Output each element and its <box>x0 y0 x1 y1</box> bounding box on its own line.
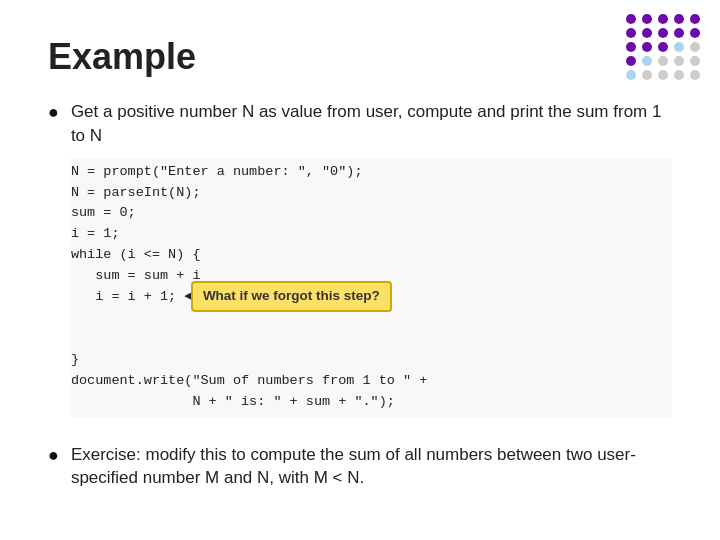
deco-dot <box>658 56 668 66</box>
bullet-dot-1: ● <box>48 102 59 123</box>
code-line-9: document.write("Sum of numbers from 1 to… <box>71 371 672 392</box>
code-line-3: sum = 0; <box>71 203 672 224</box>
code-line-7: i = i + 1; ◄ What if we forgot this step… <box>71 287 672 350</box>
deco-dot <box>674 70 684 80</box>
deco-dot <box>658 14 668 24</box>
deco-dot <box>626 42 636 52</box>
code-line-10: N + " is: " + sum + "."); <box>71 392 672 413</box>
deco-dot <box>690 56 700 66</box>
code-block: N = prompt("Enter a number: ", "0"); N =… <box>71 158 672 417</box>
deco-dot <box>690 42 700 52</box>
bullet-item-2: ● Exercise: modify this to compute the s… <box>48 443 672 491</box>
bullet-item-1: ● Get a positive number N as value from … <box>48 100 672 427</box>
code-line-1: N = prompt("Enter a number: ", "0"); <box>71 162 672 183</box>
deco-dot <box>658 70 668 80</box>
deco-dot <box>626 14 636 24</box>
deco-dot <box>626 28 636 38</box>
deco-dot <box>674 56 684 66</box>
deco-dot <box>642 42 652 52</box>
slide-title: Example <box>48 36 672 78</box>
callout-box: What if we forgot this step? <box>191 281 392 312</box>
deco-dot <box>690 70 700 80</box>
deco-dot <box>642 56 652 66</box>
deco-dot <box>674 28 684 38</box>
decorative-dots <box>626 14 702 80</box>
code-line-2: N = parseInt(N); <box>71 183 672 204</box>
deco-dot <box>642 28 652 38</box>
deco-dot <box>674 14 684 24</box>
deco-dot <box>642 14 652 24</box>
deco-dot <box>690 14 700 24</box>
bullet-text-1: Get a positive number N as value from us… <box>71 102 662 145</box>
code-line-8: } <box>71 350 672 371</box>
deco-dot <box>626 70 636 80</box>
bullet-dot-2: ● <box>48 445 59 466</box>
deco-dot <box>642 70 652 80</box>
deco-dot <box>690 28 700 38</box>
deco-dot <box>658 42 668 52</box>
code-line-5: while (i <= N) { <box>71 245 672 266</box>
slide: Example ● Get a positive number N as val… <box>0 0 720 540</box>
bullet-text-2: Exercise: modify this to compute the sum… <box>71 443 672 491</box>
deco-dot <box>658 28 668 38</box>
deco-dot <box>626 56 636 66</box>
deco-dot <box>674 42 684 52</box>
code-line-4: i = 1; <box>71 224 672 245</box>
